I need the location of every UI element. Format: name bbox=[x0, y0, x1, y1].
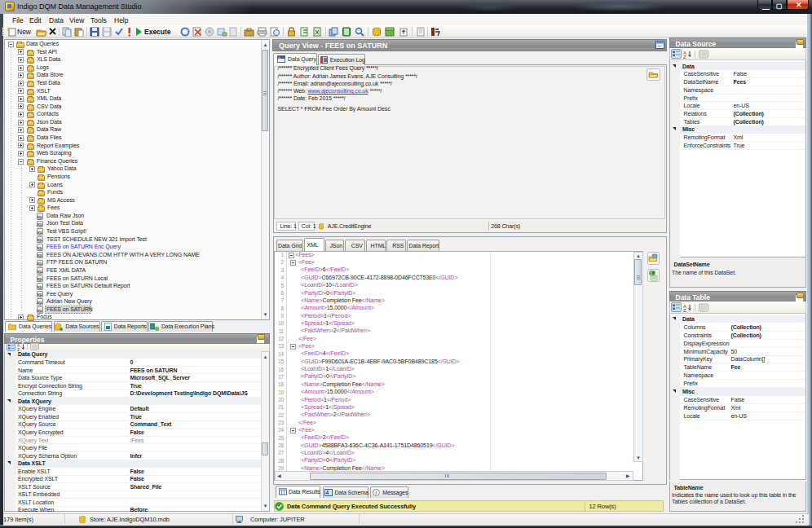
svg-text:Z: Z bbox=[683, 307, 686, 312]
svg-text:Z: Z bbox=[683, 54, 686, 59]
svg-text:X: X bbox=[650, 271, 652, 275]
svg-text:4: 4 bbox=[325, 490, 329, 495]
svg-text:i: i bbox=[375, 490, 377, 495]
